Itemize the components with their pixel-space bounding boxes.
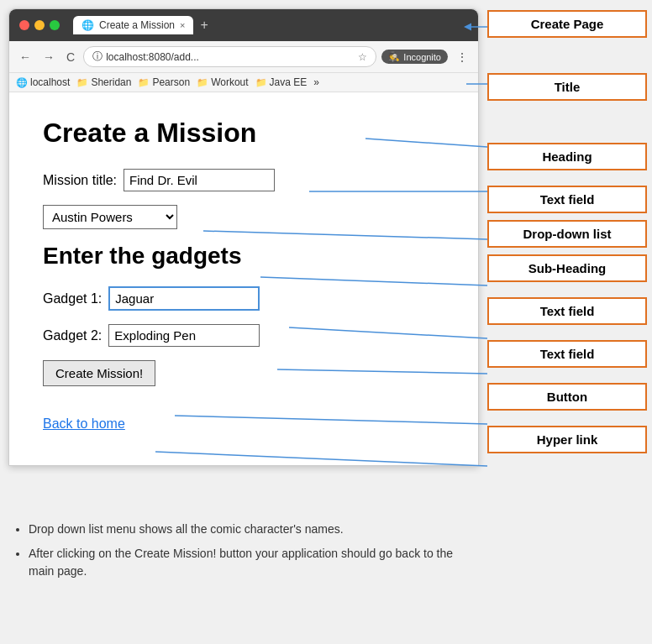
address-text: localhost:8080/add... (106, 51, 199, 63)
page-heading: Create a Mission (43, 118, 444, 149)
bookmark-localhost-icon: 🌐 (16, 77, 28, 88)
browser-toolbar: ← → C ⓘ localhost:8080/add... ☆ 🕵 Incogn… (9, 41, 478, 73)
bookmark-workout-icon: 📁 (197, 77, 208, 88)
annotation-button: Button (487, 383, 647, 411)
browser-titlebar: 🌐 Create a Mission × + (9, 9, 478, 41)
mission-title-input[interactable] (124, 169, 275, 191)
menu-button[interactable]: ⋮ (453, 49, 471, 65)
annotation-sub-heading: Sub-Heading (487, 254, 647, 282)
mission-title-row: Mission title: (43, 169, 444, 191)
refresh-nav-button[interactable]: C (63, 49, 78, 65)
traffic-lights (19, 20, 60, 30)
create-mission-button[interactable]: Create Mission! (43, 360, 155, 386)
bookmark-pearson-label: Pearson (152, 76, 190, 88)
address-bar[interactable]: ⓘ localhost:8080/add... ☆ (83, 46, 376, 67)
annotation-text-field-2: Text field (487, 297, 647, 325)
annotations-panel: Create Page Title Heading Text field Dro… (487, 8, 647, 458)
close-button-icon[interactable] (19, 20, 29, 30)
incognito-button[interactable]: 🕵 Incognito (381, 50, 448, 64)
bookmark-pearson[interactable]: 📁 Pearson (138, 76, 190, 88)
address-icon: ⓘ (92, 50, 103, 64)
incognito-label: Incognito (403, 52, 441, 62)
gadget2-input[interactable] (108, 324, 260, 347)
page-content: Create a Mission Mission title: Austin P… (9, 92, 478, 465)
gadget2-label: Gadget 2: (43, 328, 102, 343)
note-item-2: After clicking on the Create Mission! bu… (29, 545, 462, 580)
annotation-dropdown: Drop-down list (487, 220, 647, 248)
forward-nav-button[interactable]: → (39, 49, 58, 65)
bookmark-javaee[interactable]: 📁 Java EE (255, 76, 308, 88)
bookmark-workout-label: Workout (211, 76, 248, 88)
annotation-text-field-3: Text field (487, 340, 647, 368)
bookmark-localhost[interactable]: 🌐 localhost (16, 76, 70, 88)
bookmark-more-label: » (313, 76, 319, 88)
annotation-heading: Heading (487, 143, 647, 170)
gadget1-label: Gadget 1: (43, 291, 102, 306)
tab-title: Create a Mission (99, 19, 175, 31)
bookmark-javaee-label: Java EE (270, 76, 308, 88)
annotation-text-field-1: Text field (487, 186, 647, 213)
back-nav-button[interactable]: ← (16, 49, 34, 65)
incognito-icon: 🕵 (388, 51, 400, 62)
gadget1-row: Gadget 1: (43, 286, 444, 311)
gadget1-input[interactable] (108, 286, 260, 311)
tab-close-icon[interactable]: × (180, 20, 185, 30)
gadgets-sub-heading: Enter the gadgets (43, 243, 444, 270)
minimize-button-icon[interactable] (34, 20, 45, 30)
annotation-hyperlink: Hyper link (487, 426, 647, 453)
browser-window: 🌐 Create a Mission × + ← → C ⓘ localhost… (8, 8, 479, 466)
bookmark-more[interactable]: » (313, 76, 319, 88)
bookmark-sheridan-icon: 📁 (76, 77, 88, 88)
bookmark-javaee-icon: 📁 (255, 77, 267, 88)
tab-icon: 🌐 (82, 19, 94, 31)
annotation-create-page: Create Page (487, 10, 647, 38)
bookmark-sheridan[interactable]: 📁 Sheridan (76, 76, 131, 88)
bookmark-pearson-icon: 📁 (138, 77, 150, 88)
bookmark-sheridan-label: Sheridan (91, 76, 131, 88)
mission-title-label: Mission title: (43, 173, 117, 188)
active-tab[interactable]: 🌐 Create a Mission × (73, 16, 193, 34)
new-tab-button[interactable]: + (200, 18, 208, 33)
bookmark-localhost-label: localhost (30, 76, 70, 88)
bookmarks-bar: 🌐 localhost 📁 Sheridan 📁 Pearson 📁 Worko… (9, 73, 478, 92)
annotation-title: Title (487, 73, 647, 101)
star-icon[interactable]: ☆ (358, 51, 367, 63)
fullscreen-button-icon[interactable] (50, 20, 60, 30)
dropdown-row: Austin Powers Dr. Evil Mini Me Fat Basta… (43, 205, 444, 229)
note-item-1: Drop down list menu shows all the comic … (29, 521, 462, 538)
back-to-home-link[interactable]: Back to home (43, 416, 125, 431)
tab-area: 🌐 Create a Mission × + (73, 16, 468, 34)
bookmark-workout[interactable]: 📁 Workout (197, 76, 248, 88)
character-dropdown[interactable]: Austin Powers Dr. Evil Mini Me Fat Basta… (43, 205, 177, 229)
gadget2-row: Gadget 2: (43, 324, 444, 347)
bottom-notes: Drop down list menu shows all the comic … (8, 521, 462, 587)
